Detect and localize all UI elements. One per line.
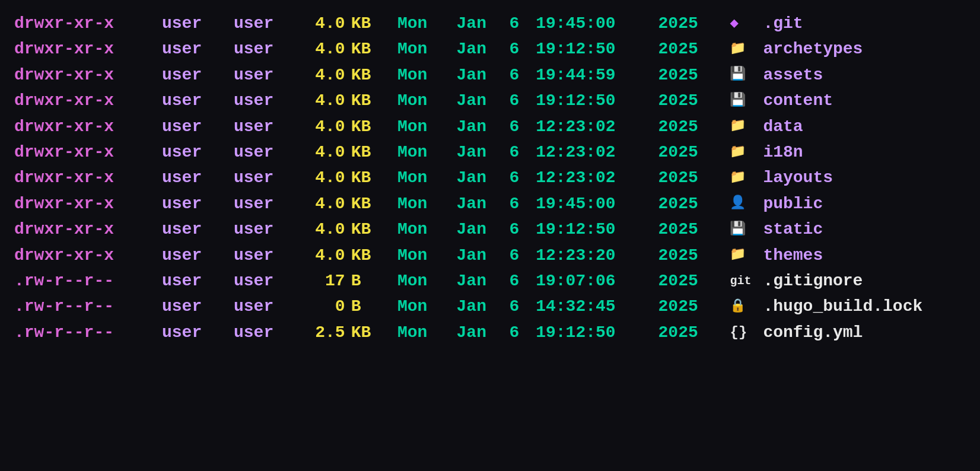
year: 2025 <box>658 320 730 345</box>
group: user <box>234 114 306 139</box>
year: 2025 <box>658 217 730 242</box>
size: 4.0 <box>306 191 351 217</box>
day-of-week: Mon <box>397 62 457 88</box>
file-icon: 📁 <box>730 36 763 62</box>
file-name: themes <box>763 243 966 268</box>
unit: KB <box>351 165 397 190</box>
unit: B <box>351 268 397 294</box>
day: 6 <box>502 36 536 62</box>
table-row: .rw-r--r-- user user 17 B Mon Jan 6 19:0… <box>14 268 966 294</box>
day-of-week: Mon <box>397 191 457 217</box>
month: Jan <box>457 139 502 165</box>
permissions: drwxr-xr-x <box>14 191 162 217</box>
group: user <box>234 88 306 113</box>
time: 19:07:06 <box>536 268 658 294</box>
group: user <box>234 139 306 165</box>
permissions: drwxr-xr-x <box>14 217 162 242</box>
day: 6 <box>502 294 536 319</box>
file-name: .git <box>763 11 966 36</box>
file-icon: 📁 <box>730 165 763 190</box>
day: 6 <box>502 88 536 113</box>
file-name: layouts <box>763 165 966 190</box>
user: user <box>162 320 234 345</box>
month: Jan <box>457 62 502 88</box>
day: 6 <box>502 217 536 242</box>
permissions: drwxr-xr-x <box>14 88 162 113</box>
user: user <box>162 243 234 268</box>
table-row: drwxr-xr-x user user 4.0 KB Mon Jan 6 12… <box>14 165 966 190</box>
time: 19:12:50 <box>536 88 658 113</box>
file-name: public <box>763 191 966 217</box>
size: 4.0 <box>306 88 351 113</box>
day: 6 <box>502 268 536 294</box>
day: 6 <box>502 165 536 190</box>
time: 19:44:59 <box>536 62 658 88</box>
size: 4.0 <box>306 165 351 190</box>
unit: KB <box>351 114 397 139</box>
unit: KB <box>351 139 397 165</box>
file-name: .gitignore <box>763 268 966 294</box>
size: 0 <box>306 294 351 319</box>
day-of-week: Mon <box>397 36 457 62</box>
table-row: drwxr-xr-x user user 4.0 KB Mon Jan 6 12… <box>14 243 966 268</box>
table-row: drwxr-xr-x user user 4.0 KB Mon Jan 6 12… <box>14 139 966 165</box>
time: 19:45:00 <box>536 11 658 36</box>
file-name: archetypes <box>763 36 966 62</box>
permissions: drwxr-xr-x <box>14 165 162 190</box>
group: user <box>234 320 306 345</box>
day-of-week: Mon <box>397 268 457 294</box>
day: 6 <box>502 11 536 36</box>
table-row: .rw-r--r-- user user 2.5 KB Mon Jan 6 19… <box>14 320 966 345</box>
day: 6 <box>502 243 536 268</box>
day: 6 <box>502 114 536 139</box>
table-row: drwxr-xr-x user user 4.0 KB Mon Jan 6 19… <box>14 191 966 217</box>
month: Jan <box>457 217 502 242</box>
file-name: assets <box>763 62 966 88</box>
table-row: .rw-r--r-- user user 0 B Mon Jan 6 14:32… <box>14 294 966 319</box>
table-row: drwxr-xr-x user user 4.0 KB Mon Jan 6 12… <box>14 114 966 139</box>
group: user <box>234 191 306 217</box>
month: Jan <box>457 114 502 139</box>
size: 4.0 <box>306 139 351 165</box>
year: 2025 <box>658 268 730 294</box>
file-name: .hugo_build.lock <box>763 294 966 319</box>
group: user <box>234 217 306 242</box>
file-icon: 💾 <box>730 62 763 88</box>
user: user <box>162 294 234 319</box>
file-icon: 👤 <box>730 191 763 217</box>
month: Jan <box>457 165 502 190</box>
file-icon: 🔒 <box>730 294 763 319</box>
file-icon: git <box>730 268 763 294</box>
month: Jan <box>457 294 502 319</box>
group: user <box>234 36 306 62</box>
permissions: .rw-r--r-- <box>14 320 162 345</box>
time: 12:23:02 <box>536 139 658 165</box>
unit: KB <box>351 217 397 242</box>
permissions: drwxr-xr-x <box>14 114 162 139</box>
month: Jan <box>457 36 502 62</box>
year: 2025 <box>658 191 730 217</box>
file-name: content <box>763 88 966 113</box>
unit: KB <box>351 11 397 36</box>
unit: B <box>351 294 397 319</box>
unit: KB <box>351 320 397 345</box>
time: 14:32:45 <box>536 294 658 319</box>
table-row: drwxr-xr-x user user 4.0 KB Mon Jan 6 19… <box>14 11 966 36</box>
group: user <box>234 62 306 88</box>
time: 19:12:50 <box>536 36 658 62</box>
file-icon: {} <box>730 320 763 345</box>
year: 2025 <box>658 243 730 268</box>
permissions: drwxr-xr-x <box>14 11 162 36</box>
file-icon: 💾 <box>730 217 763 242</box>
file-icon: 📁 <box>730 114 763 139</box>
user: user <box>162 62 234 88</box>
month: Jan <box>457 191 502 217</box>
day-of-week: Mon <box>397 114 457 139</box>
unit: KB <box>351 191 397 217</box>
day-of-week: Mon <box>397 11 457 36</box>
user: user <box>162 88 234 113</box>
table-row: drwxr-xr-x user user 4.0 KB Mon Jan 6 19… <box>14 36 966 62</box>
table-row: drwxr-xr-x user user 4.0 KB Mon Jan 6 19… <box>14 88 966 113</box>
time: 19:12:50 <box>536 217 658 242</box>
day-of-week: Mon <box>397 294 457 319</box>
